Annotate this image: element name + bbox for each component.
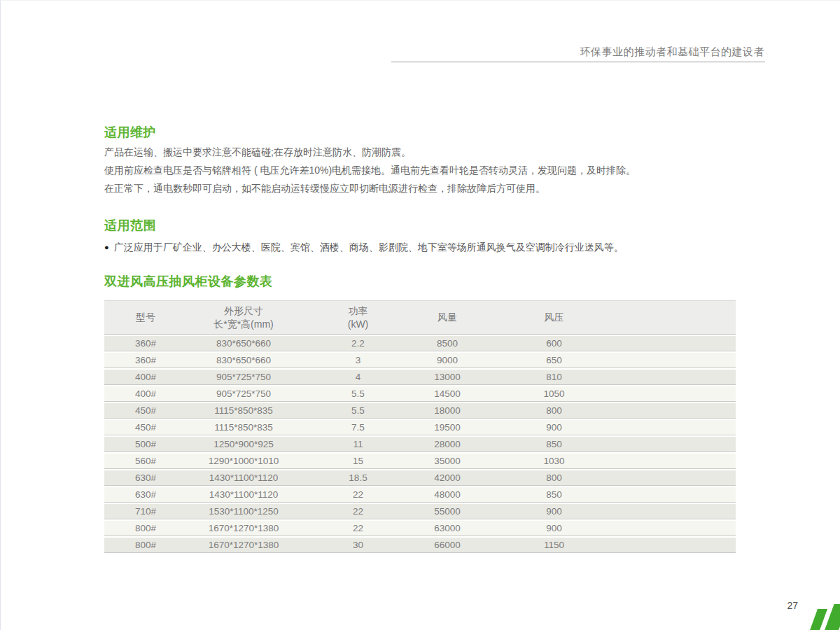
paragraph: 在正常下，通电数秒即可启动，如不能启动运转缓慢应立即切断电源进行检查，排除故障后…: [104, 179, 736, 197]
table-cell: 63000: [416, 521, 479, 536]
table-row: 630#1430*1100*112018.542000800: [104, 470, 736, 486]
table-cell: 8500: [416, 336, 479, 351]
table-cell: 22: [300, 504, 416, 519]
table-cell: 1150: [479, 538, 629, 552]
table-cell: 450#: [104, 403, 187, 418]
table-cell: 1115*850*835: [187, 403, 300, 418]
table-cell: 30: [300, 538, 416, 552]
table-cell: 900: [479, 420, 629, 435]
table-cell: 1670*1270*1380: [187, 538, 300, 552]
table-cell: 1250*900*925: [187, 437, 300, 451]
table-cell: 1115*850*835: [187, 420, 300, 435]
table-cell: 810: [479, 370, 629, 384]
section-heading-scope: 适用范围: [104, 217, 156, 234]
catalog-page: 环保事业的推动者和基础平台的建设者 适用维护 产品在运输、搬运中要求注意不能磕碰…: [0, 0, 840, 630]
table-cell: 3: [300, 353, 416, 368]
table-body: 360#830*650*6602.28500600360#830*650*660…: [104, 336, 736, 553]
table-cell: 800: [479, 403, 629, 418]
table-cell: 35000: [416, 454, 479, 468]
header-slogan: 环保事业的推动者和基础平台的建设者: [580, 46, 765, 59]
table-cell: 15: [300, 454, 416, 468]
table-cell: 560#: [104, 454, 187, 468]
table-cell: 650: [479, 353, 629, 368]
table-cell: 5.5: [300, 403, 416, 418]
table-cell: 500#: [104, 437, 187, 451]
table-cell: 360#: [104, 353, 187, 368]
table-cell: 630#: [104, 470, 187, 485]
table-cell: 13000: [416, 370, 479, 384]
table-cell: 850: [479, 487, 629, 502]
table-cell: 830*650*660: [187, 353, 300, 368]
table-cell: 450#: [104, 420, 187, 435]
table-cell: 4: [300, 370, 416, 384]
table-cell: 55000: [416, 504, 479, 519]
table-row: 400#905*725*750413000810: [104, 370, 736, 385]
table-cell: 905*725*750: [187, 370, 300, 384]
table-cell: 1050: [479, 386, 629, 401]
table-row: 560#1290*1000*101015350001030: [104, 454, 736, 469]
table-cell: 66000: [416, 538, 479, 552]
table-cell: 905*725*750: [187, 386, 300, 401]
table-cell: 800: [479, 470, 629, 485]
table-cell: 7.5: [300, 420, 416, 435]
table-row: 800#1670*1270*13802263000900: [104, 521, 736, 536]
table-cell: 48000: [416, 487, 479, 502]
scope-bullet-item: ●广泛应用于厂矿企业、办公大楼、医院、宾馆、酒楼、商场、影剧院、地下室等场所通风…: [104, 240, 736, 255]
header-rule: [391, 62, 765, 62]
section-heading-maintenance: 适用维护: [104, 124, 156, 141]
company-logo: [809, 604, 838, 630]
bullet-dot-icon: ●: [104, 243, 109, 251]
table-cell: 800#: [104, 538, 187, 552]
spec-table: 型号 外形尺寸 长*宽*高(mm) 功率 (kW) 风量 风压 360#8: [104, 300, 736, 554]
table-cell: 9000: [416, 353, 479, 368]
table-cell: 2.2: [300, 336, 416, 351]
table-cell: 900: [479, 504, 629, 519]
table-row: 800#1670*1270*138030660001150: [104, 538, 736, 553]
table-cell: 830*650*660: [187, 336, 300, 351]
table-cell: 600: [479, 336, 629, 351]
table-cell: 710#: [104, 504, 187, 519]
table-cell: 18000: [416, 403, 479, 418]
table-header-row: 型号 外形尺寸 长*宽*高(mm) 功率 (kW) 风量 风压: [104, 300, 736, 335]
table-cell: 900: [479, 521, 629, 536]
table-row: 360#830*650*6602.28500600: [104, 336, 736, 351]
table-cell: 850: [479, 437, 629, 451]
paragraph: 产品在运输、搬运中要求注意不能磕碰;在存放时注意防水、防潮防震。: [104, 143, 736, 161]
table-cell: 1430*1100*1120: [187, 487, 300, 502]
logo-stripe-icon: [824, 604, 840, 630]
logo-stripe-icon: [809, 609, 827, 630]
header-cell-pressure: 风压: [479, 311, 629, 324]
paragraph: 使用前应检查电压是否与铭牌相符 ( 电压允许差10%)电机需接地。通电前先查看叶…: [104, 161, 736, 179]
table-cell: 5.5: [300, 386, 416, 401]
table-row: 500#1250*900*9251128000850: [104, 437, 736, 452]
maintenance-paragraphs: 产品在运输、搬运中要求注意不能磕碰;在存放时注意防水、防潮防震。 使用前应检查电…: [104, 143, 736, 197]
table-cell: 400#: [104, 370, 187, 384]
table-cell: 1290*1000*1010: [187, 454, 300, 468]
table-cell: 22: [300, 521, 416, 536]
table-cell: 11: [300, 437, 416, 451]
table-cell: 630#: [104, 487, 187, 502]
table-title: 双进风高压抽风柜设备参数表: [104, 273, 273, 290]
table-cell: 1530*1100*1250: [187, 504, 300, 519]
table-cell: 1430*1100*1120: [187, 470, 300, 485]
header-cell-power: 功率 (kW): [300, 304, 416, 331]
table-cell: 1670*1270*1380: [187, 521, 300, 536]
header-cell-dimensions: 外形尺寸 长*宽*高(mm): [187, 304, 300, 331]
table-cell: 42000: [416, 470, 479, 485]
table-cell: 28000: [416, 437, 479, 451]
header-cell-model: 型号: [104, 311, 187, 324]
table-cell: 360#: [104, 336, 187, 351]
header-cell-airflow: 风量: [416, 311, 479, 324]
table-cell: 14500: [416, 386, 479, 401]
table-row: 450#1115*850*8355.518000800: [104, 403, 736, 419]
table-row: 630#1430*1100*11202248000850: [104, 487, 736, 503]
page-number: 27: [787, 600, 798, 611]
bullet-text: 广泛应用于厂矿企业、办公大楼、医院、宾馆、酒楼、商场、影剧院、地下室等场所通风换…: [114, 241, 624, 253]
table-cell: 800#: [104, 521, 187, 536]
table-row: 710#1530*1100*12502255000900: [104, 504, 736, 519]
table-cell: 19500: [416, 420, 479, 435]
table-row: 400#905*725*7505.5145001050: [104, 386, 736, 402]
table-row: 360#830*650*66039000650: [104, 353, 736, 368]
table-cell: 400#: [104, 386, 187, 401]
table-cell: 18.5: [300, 470, 416, 485]
